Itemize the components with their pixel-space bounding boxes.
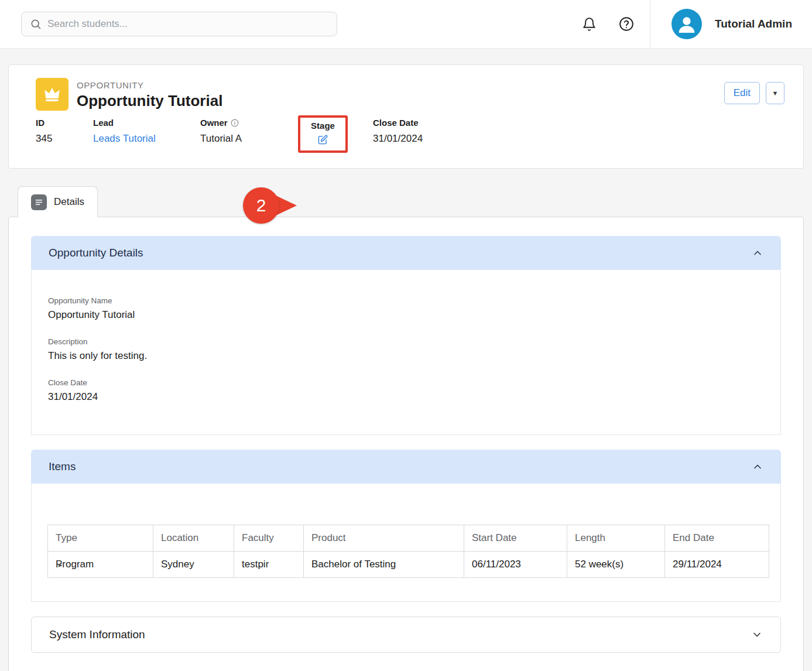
opportunity-details-body: Opportunity Name Opportunity Tutorial De… bbox=[31, 270, 781, 435]
column-header-start-date: Start Date bbox=[464, 525, 567, 552]
chevron-down-icon[interactable] bbox=[751, 629, 763, 641]
chevron-up-icon[interactable] bbox=[752, 247, 763, 259]
cell-start-date: 06/11/2023 bbox=[464, 552, 567, 578]
field-owner: Owner Tutorial A bbox=[200, 118, 298, 145]
column-header-end-date: End Date bbox=[665, 525, 769, 552]
field-id-value: 345 bbox=[36, 133, 93, 145]
annotation-step-badge: 2 bbox=[243, 187, 279, 224]
field-id: ID 345 bbox=[36, 118, 93, 145]
opportunity-details-header[interactable]: Opportunity Details bbox=[31, 236, 781, 270]
detail-label: Close Date bbox=[48, 378, 764, 387]
field-lead: Lead Leads Tutorial bbox=[93, 118, 200, 145]
chevron-up-icon[interactable] bbox=[752, 461, 763, 473]
column-header-type: Type bbox=[48, 525, 153, 552]
section-opportunity-details: Opportunity Details Opportunity Name Opp… bbox=[31, 236, 781, 435]
detail-label: Description bbox=[48, 337, 764, 346]
field-owner-label: Owner bbox=[200, 118, 298, 128]
field-stage-highlighted: Stage bbox=[298, 115, 348, 153]
more-actions-button[interactable]: ▼ bbox=[766, 82, 784, 104]
page-title: Opportunity Tutorial bbox=[77, 92, 222, 110]
search-box[interactable] bbox=[21, 12, 337, 36]
field-id-label: ID bbox=[36, 118, 93, 128]
user-icon bbox=[675, 12, 698, 36]
detail-value: Opportunity Tutorial bbox=[48, 309, 764, 321]
opportunity-details-title: Opportunity Details bbox=[49, 247, 143, 259]
search-icon bbox=[30, 18, 42, 30]
tab-details[interactable]: Details bbox=[18, 186, 98, 217]
table-row[interactable]: ▸ Program Sydney testpir Bachelor of Tes… bbox=[48, 552, 769, 578]
stage-edit-pencil-icon[interactable] bbox=[318, 135, 328, 145]
header-title-block: OPPORTUNITY Opportunity Tutorial bbox=[77, 78, 222, 110]
cell-location: Sydney bbox=[153, 552, 234, 578]
field-owner-label-text: Owner bbox=[200, 118, 228, 128]
items-table-header-row: Type Location Faculty Product Start Date… bbox=[48, 525, 769, 552]
section-items: Items Type Location Faculty Product Star… bbox=[31, 450, 781, 602]
section-system-information[interactable]: System Information bbox=[31, 617, 781, 653]
notifications-button[interactable] bbox=[576, 11, 602, 37]
column-header-length: Length bbox=[567, 525, 665, 552]
field-close-date-label: Close Date bbox=[373, 118, 423, 128]
field-close-date: Close Date 31/01/2024 bbox=[373, 118, 423, 145]
detail-field-close-date: Close Date 31/01/2024 bbox=[48, 378, 764, 403]
topbar: Tutorial Admin bbox=[0, 0, 812, 49]
help-button[interactable] bbox=[614, 11, 639, 37]
header-fields-row: ID 345 Lead Leads Tutorial Owner Tutoria… bbox=[9, 114, 803, 168]
avatar[interactable] bbox=[671, 9, 702, 39]
user-menu[interactable]: Tutorial Admin bbox=[650, 9, 812, 39]
header-actions: Edit ▼ bbox=[724, 78, 784, 104]
column-header-location: Location bbox=[153, 525, 234, 552]
opportunity-crown-icon bbox=[36, 78, 68, 111]
detail-label: Opportunity Name bbox=[48, 296, 764, 305]
items-title: Items bbox=[49, 460, 76, 473]
cell-product: Bachelor of Testing bbox=[304, 552, 464, 578]
items-header[interactable]: Items bbox=[31, 450, 781, 484]
edit-button[interactable]: Edit bbox=[724, 82, 760, 104]
header-top-row: OPPORTUNITY Opportunity Tutorial Edit ▼ bbox=[9, 65, 803, 114]
info-icon[interactable] bbox=[231, 119, 239, 127]
details-tab-icon bbox=[31, 194, 47, 210]
field-lead-label: Lead bbox=[93, 118, 200, 128]
items-body: Type Location Faculty Product Start Date… bbox=[31, 484, 781, 602]
opportunity-header-card: OPPORTUNITY Opportunity Tutorial Edit ▼ … bbox=[8, 64, 804, 169]
cell-faculty: testpir bbox=[234, 552, 304, 578]
detail-value: 31/01/2024 bbox=[48, 391, 764, 403]
caret-down-icon: ▼ bbox=[772, 90, 779, 97]
items-table: Type Location Faculty Product Start Date… bbox=[47, 525, 769, 578]
column-header-faculty: Faculty bbox=[234, 525, 304, 552]
details-panel: Opportunity Details Opportunity Name Opp… bbox=[8, 217, 804, 671]
system-information-title: System Information bbox=[49, 628, 145, 641]
cell-end-date: 29/11/2024 bbox=[665, 552, 769, 578]
field-stage-label: Stage bbox=[311, 121, 335, 131]
detail-value: This is only for testing. bbox=[48, 350, 764, 362]
entity-type-label: OPPORTUNITY bbox=[77, 78, 222, 90]
bell-icon bbox=[582, 17, 597, 32]
tab-details-label: Details bbox=[54, 196, 84, 208]
detail-field-opportunity-name: Opportunity Name Opportunity Tutorial bbox=[48, 296, 764, 321]
tab-row: Details bbox=[8, 186, 804, 217]
help-icon bbox=[619, 16, 634, 32]
expand-row-icon[interactable]: ▸ bbox=[59, 560, 63, 569]
column-header-product: Product bbox=[304, 525, 464, 552]
field-lead-value-link[interactable]: Leads Tutorial bbox=[93, 133, 200, 145]
field-close-date-value: 31/01/2024 bbox=[373, 133, 423, 145]
search-input[interactable] bbox=[47, 18, 328, 30]
field-owner-value: Tutorial A bbox=[200, 133, 298, 145]
user-name: Tutorial Admin bbox=[715, 18, 792, 30]
cell-length: 52 week(s) bbox=[567, 552, 665, 578]
detail-field-description: Description This is only for testing. bbox=[48, 337, 764, 362]
